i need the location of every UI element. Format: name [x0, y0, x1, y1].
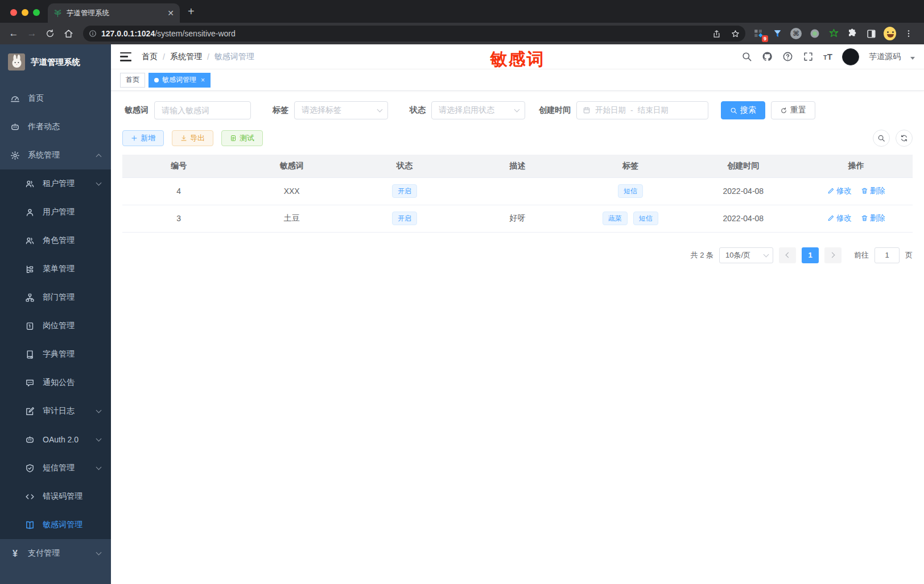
share-icon[interactable]	[712, 30, 721, 38]
tag-badge: 短信	[618, 184, 643, 198]
refresh-table-button[interactable]	[896, 130, 913, 147]
github-icon[interactable]	[762, 51, 773, 62]
address-bar[interactable]: 127.0.0.1:1024/system/sensitive-word	[83, 26, 745, 42]
current-page-button[interactable]: 1	[802, 247, 819, 263]
minimize-window-button[interactable]	[22, 9, 28, 16]
goto-page-input[interactable]	[874, 247, 900, 263]
next-page-button[interactable]	[824, 247, 842, 263]
new-tab-button[interactable]: +	[188, 5, 195, 18]
sidebar-item-author-news[interactable]: 作者动态	[0, 113, 111, 141]
home-icon[interactable]	[60, 26, 76, 42]
user-menu-caret-icon[interactable]	[910, 57, 915, 60]
export-button[interactable]: 导出	[172, 130, 213, 146]
sidebar-item-sms[interactable]: 短信管理	[0, 454, 111, 482]
tag-close-icon[interactable]: ×	[201, 76, 205, 84]
bookmark-star-icon[interactable]	[731, 30, 740, 38]
tag-badge: 短信	[633, 212, 658, 225]
delete-link[interactable]: 删除	[861, 186, 885, 196]
yen-icon: ¥	[10, 549, 20, 558]
fullscreen-icon[interactable]	[803, 51, 814, 62]
sidebar-item-pay[interactable]: ¥ 支付管理	[0, 539, 111, 568]
sidebar-item-error-code[interactable]: 错误码管理	[0, 482, 111, 511]
forward-icon[interactable]: →	[24, 26, 40, 42]
font-size-icon[interactable]: TT	[823, 52, 832, 61]
date-start-placeholder: 开始日期	[595, 105, 626, 115]
search-button[interactable]: 搜索	[721, 101, 765, 119]
help-icon[interactable]	[782, 51, 793, 62]
sidebar-item-post[interactable]: 岗位管理	[0, 312, 111, 340]
edit-link[interactable]: 修改	[827, 213, 852, 223]
funnel-extension-icon[interactable]	[771, 27, 783, 40]
sidebar-item-tenant[interactable]: 租户管理	[0, 169, 111, 198]
sidebar-item-notice[interactable]: 通知公告	[0, 368, 111, 397]
delete-link[interactable]: 删除	[861, 213, 885, 223]
sidebar-item-dict[interactable]: 字典管理	[0, 340, 111, 368]
reload-icon[interactable]	[42, 26, 58, 42]
extensions-area: 9 ⌘	[752, 27, 918, 40]
sidebar-item-oauth[interactable]: OAuth 2.0	[0, 425, 111, 454]
tag-home[interactable]: 首页	[120, 73, 145, 88]
breadcrumb-system[interactable]: 系统管理	[170, 52, 202, 62]
tab-close-icon[interactable]: ✕	[167, 9, 174, 18]
tree-list-icon	[25, 264, 35, 274]
sidebar-item-system[interactable]: 系统管理	[0, 141, 111, 169]
recorder-extension-icon[interactable]	[808, 27, 821, 40]
chevron-down-icon	[96, 464, 102, 470]
chevron-up-icon	[96, 154, 102, 159]
edit-link[interactable]: 修改	[827, 186, 852, 196]
status-badge: 开启	[392, 212, 417, 225]
cell-id: 3	[122, 205, 235, 232]
close-window-button[interactable]	[10, 9, 17, 16]
sidebar-menu: 首页 作者动态 系统管理 租户管理 用户管理	[0, 84, 111, 568]
sidebar-item-sensitive-word[interactable]: 敏感词管理	[0, 511, 111, 539]
window-controls[interactable]	[0, 9, 48, 23]
user-name[interactable]: 芋道源码	[869, 52, 901, 62]
green-star-extension-icon[interactable]	[827, 27, 840, 40]
test-button[interactable]: 测试	[221, 130, 263, 146]
puzzle-extensions-icon[interactable]	[846, 27, 859, 40]
pen-icon	[827, 187, 835, 194]
table-row[interactable]: 4 XXX 开启 短信 2022-04-08 修改	[122, 177, 913, 205]
trash-icon	[861, 187, 868, 194]
tags-view-bar: 首页 敏感词管理 ×	[111, 69, 924, 91]
browser-tab[interactable]: 芋道管理系统 ✕	[48, 3, 180, 23]
user-avatar[interactable]	[842, 48, 859, 65]
tag-select[interactable]: 请选择标签	[294, 101, 388, 119]
sidebar-logo[interactable]: 芋道管理系统	[0, 48, 111, 76]
split-view-extension-icon[interactable]	[865, 27, 877, 40]
col-tags: 标签	[574, 155, 687, 177]
user-icon	[25, 208, 35, 217]
cell-word: XXX	[235, 177, 348, 205]
browser-menu-icon[interactable]	[902, 27, 915, 40]
sidebar-item-user[interactable]: 用户管理	[0, 198, 111, 226]
col-id: 编号	[122, 155, 235, 177]
show-search-toggle-button[interactable]	[873, 130, 890, 147]
zoom-window-button[interactable]	[33, 9, 40, 16]
cell-desc: 好呀	[461, 205, 574, 232]
page-size-select[interactable]: 10条/页	[719, 247, 773, 263]
sidebar-item-home[interactable]: 首页	[0, 84, 111, 113]
sidebar-item-audit-log[interactable]: 审计日志	[0, 397, 111, 425]
sidebar-item-role[interactable]: 角色管理	[0, 226, 111, 255]
reset-button[interactable]: 重置	[771, 101, 815, 119]
sidebar-item-menu[interactable]: 菜单管理	[0, 255, 111, 283]
tab-grid-extension-icon[interactable]: 9	[752, 27, 765, 40]
total-count: 共 2 条	[691, 250, 713, 260]
date-range-picker[interactable]: 开始日期 - 结束日期	[576, 101, 708, 119]
search-icon[interactable]	[741, 51, 752, 62]
command-extension-icon[interactable]: ⌘	[790, 27, 802, 40]
breadcrumb-home[interactable]: 首页	[142, 52, 158, 62]
keyword-input[interactable]	[162, 106, 244, 115]
tag-sensitive-word[interactable]: 敏感词管理 ×	[148, 73, 211, 88]
site-info-icon[interactable]	[89, 30, 97, 38]
add-button[interactable]: 新增	[122, 130, 164, 146]
navbar: 首页 / 系统管理 / 敏感词管理 敏感词 TT 芋道源码	[111, 44, 924, 69]
org-chart-icon	[25, 293, 35, 303]
sidebar-item-dept[interactable]: 部门管理	[0, 283, 111, 312]
sidebar-toggle-icon[interactable]	[120, 52, 131, 61]
prev-page-button[interactable]	[779, 247, 796, 263]
status-select[interactable]: 请选择启用状态	[431, 101, 525, 119]
table-row[interactable]: 3 土豆 开启 好呀 蔬菜 短信 2022-04-08 修改	[122, 205, 913, 232]
back-icon[interactable]: ←	[6, 26, 22, 42]
emoji-profile-icon[interactable]	[884, 27, 896, 40]
